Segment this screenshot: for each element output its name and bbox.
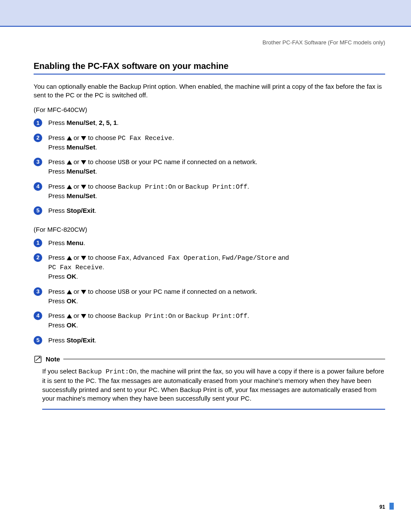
- text: .: [76, 273, 78, 280]
- steps-a: 1 Press Menu/Set, 2, 5, 1. 2 Press or to…: [34, 118, 385, 221]
- text: Press: [48, 134, 67, 141]
- text: .: [76, 297, 78, 305]
- mono: PC Fax Receive: [118, 135, 172, 142]
- text: Press: [48, 297, 67, 305]
- intro-paragraph: You can optionally enable the Backup Pri…: [34, 82, 385, 100]
- down-arrow-icon: [81, 185, 86, 189]
- step-a4: 4 Press or to choose Backup Print:On or …: [34, 182, 385, 207]
- mono: Backup Print:On: [118, 313, 176, 320]
- section-title: Enabling the PC-FAX software on your mac…: [34, 60, 385, 72]
- mono: Backup Print:Off: [185, 184, 247, 191]
- text: or: [72, 312, 81, 319]
- down-arrow-icon: [81, 290, 86, 294]
- key: Menu/Set: [67, 119, 96, 126]
- key: OK: [67, 273, 77, 280]
- text: Press: [48, 273, 67, 280]
- text: Press: [48, 288, 67, 295]
- step-number-icon: 4: [34, 311, 42, 320]
- text: ,: [95, 119, 99, 126]
- step-a5: 5 Press Stop/Exit.: [34, 206, 385, 221]
- mono: Backup Print:Off: [185, 313, 247, 320]
- text: Press: [48, 321, 67, 329]
- text: or: [176, 183, 186, 190]
- model-a-label: (For MFC-640CW): [34, 106, 385, 114]
- text: to choose: [86, 312, 118, 319]
- note-body: If you select Backup Print:On, the machi…: [42, 367, 385, 410]
- text: or: [72, 254, 81, 261]
- text: Press: [48, 143, 67, 151]
- text: or your PC name if connected on a networ…: [130, 288, 258, 295]
- text: .: [95, 336, 97, 344]
- note-icon: [34, 355, 42, 364]
- text: Press: [48, 192, 67, 199]
- step-b2: 2 Press or to choose Fax, Advanced Fax O…: [34, 253, 385, 287]
- text: Press: [48, 119, 67, 126]
- step-number-icon: 3: [34, 158, 42, 166]
- text: or: [176, 312, 186, 319]
- step-b3: 3 Press or to choose USB or your PC name…: [34, 287, 385, 312]
- text: ,: [130, 254, 133, 261]
- mono: USB: [118, 159, 130, 166]
- svg-rect-0: [35, 356, 41, 362]
- text: Press: [48, 254, 67, 261]
- down-arrow-icon: [81, 136, 86, 140]
- running-header: Brother PC-FAX Software (For MFC models …: [34, 39, 385, 47]
- text: .: [76, 321, 78, 329]
- text: .: [84, 239, 85, 246]
- text: .: [117, 119, 118, 126]
- step-b4: 4 Press or to choose Backup Print:On or …: [34, 311, 385, 336]
- up-arrow-icon: [67, 314, 72, 318]
- text: .: [95, 192, 97, 199]
- text: Press: [48, 312, 67, 319]
- step-number-icon: 2: [34, 134, 42, 142]
- steps-b: 1 Press Menu. 2 Press or to choose Fax, …: [34, 239, 385, 351]
- mono: Advanced Fax Operation: [133, 255, 218, 262]
- text: Press: [48, 168, 67, 175]
- mono: Backup Print:On: [118, 184, 176, 191]
- mono: PC Fax Receive: [48, 264, 103, 271]
- text: Press: [48, 336, 67, 344]
- text: to choose: [86, 254, 118, 261]
- key: Menu: [67, 239, 84, 246]
- mono: Backup Print:On: [78, 368, 137, 376]
- note-rule: [63, 359, 385, 359]
- text: to choose: [86, 288, 118, 295]
- up-arrow-icon: [67, 185, 72, 189]
- step-a1: 1 Press Menu/Set, 2, 5, 1.: [34, 118, 385, 133]
- text: .: [247, 312, 249, 319]
- text: .: [95, 143, 97, 151]
- key: Stop/Exit: [67, 207, 95, 214]
- key: OK: [67, 321, 77, 329]
- up-arrow-icon: [67, 256, 72, 260]
- step-a3: 3 Press or to choose USB or your PC name…: [34, 158, 385, 182]
- step-b5: 5 Press Stop/Exit.: [34, 336, 385, 351]
- step-number-icon: 2: [34, 253, 42, 262]
- mono: USB: [118, 289, 130, 296]
- text: Press: [48, 239, 67, 246]
- step-number-icon: 1: [34, 118, 42, 127]
- text: to choose: [86, 158, 118, 165]
- step-number-icon: 3: [34, 287, 42, 296]
- model-b-label: (For MFC-820CW): [34, 225, 385, 234]
- mono: Fwd/Page/Store: [222, 255, 276, 262]
- title-rule: [34, 74, 385, 75]
- text: .: [95, 207, 97, 214]
- text: or: [72, 288, 81, 295]
- key: Menu/Set: [67, 143, 96, 151]
- down-arrow-icon: [81, 314, 86, 318]
- text: .: [247, 183, 249, 190]
- note-title: Note: [46, 355, 60, 364]
- step-b1: 1 Press Menu.: [34, 239, 385, 253]
- text: to choose: [86, 183, 118, 190]
- step-number-icon: 5: [34, 336, 42, 345]
- step-a2: 2 Press or to choose PC Fax Receive. Pre…: [34, 134, 385, 158]
- key: Menu/Set: [67, 192, 96, 199]
- text: .: [95, 168, 97, 175]
- text: .: [103, 263, 104, 271]
- key: Stop/Exit: [67, 336, 95, 344]
- text: Press: [48, 207, 67, 214]
- text: or your PC name if connected on a networ…: [130, 158, 258, 165]
- key: 2, 5, 1: [99, 119, 117, 126]
- text: Press: [48, 158, 67, 165]
- key: Menu/Set: [67, 168, 96, 175]
